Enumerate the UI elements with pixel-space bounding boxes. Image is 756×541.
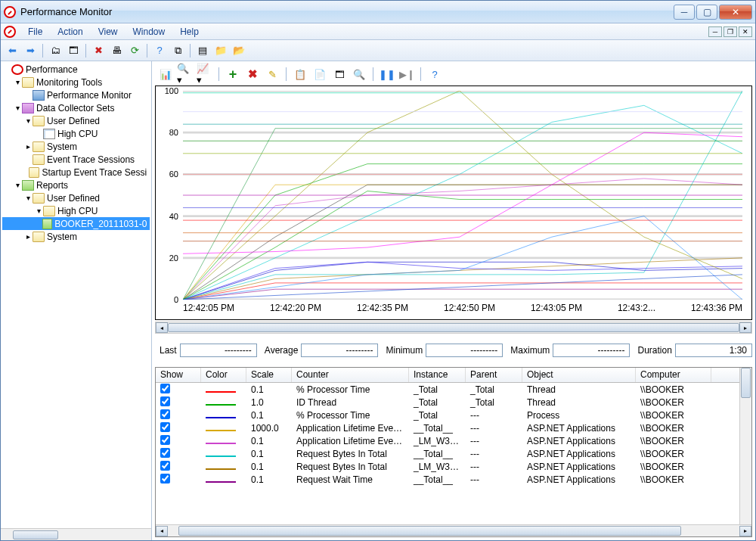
tree-item[interactable]: Performance Monitor bbox=[2, 89, 150, 101]
show-cell[interactable] bbox=[156, 448, 201, 460]
mdi-restore-button[interactable]: ❐ bbox=[723, 26, 737, 37]
show-cell[interactable] bbox=[156, 435, 201, 447]
help-chart-button[interactable]: ? bbox=[426, 65, 444, 83]
tree-item[interactable]: ▾User Defined bbox=[2, 191, 150, 204]
show-checkbox[interactable] bbox=[160, 435, 170, 445]
view-current-button[interactable]: 📊 bbox=[156, 65, 175, 83]
chart-horizontal-scrollbar[interactable]: ◂ ▸ bbox=[155, 322, 752, 334]
expander-icon[interactable]: ▾ bbox=[13, 181, 22, 189]
grid-header[interactable]: ShowColorScaleCounterInstanceParentObjec… bbox=[156, 368, 739, 383]
tree-item[interactable]: Startup Event Trace Sessions bbox=[2, 166, 150, 179]
view-log-button[interactable]: 🔍▾ bbox=[176, 65, 194, 83]
close-button[interactable]: ✕ bbox=[719, 5, 752, 20]
grid-header-cell[interactable]: Scale bbox=[246, 368, 292, 382]
expander-icon[interactable]: ▸ bbox=[23, 232, 33, 241]
tree-item[interactable]: ▾Reports bbox=[2, 179, 150, 191]
tree-item[interactable]: High CPU bbox=[2, 127, 150, 140]
table-row[interactable]: 0.1Request Bytes In Total__Total__---ASP… bbox=[156, 447, 739, 460]
add-counter-button[interactable]: + bbox=[224, 65, 242, 83]
freeze-button[interactable]: ❚❚ bbox=[378, 65, 396, 83]
zoom-button[interactable]: 🔍 bbox=[350, 65, 368, 83]
grid-header-cell[interactable]: Parent bbox=[466, 368, 522, 382]
scroll-track[interactable] bbox=[168, 322, 739, 333]
show-hide-tree-button[interactable]: 🗂 bbox=[47, 42, 64, 59]
show-cell[interactable] bbox=[156, 396, 201, 409]
forward-button[interactable]: ➡ bbox=[22, 42, 39, 59]
tree-item[interactable]: ▾Data Collector Sets bbox=[2, 101, 150, 114]
menu-window[interactable]: Window bbox=[125, 25, 173, 39]
show-checkbox[interactable] bbox=[160, 422, 170, 432]
tree-root-row[interactable]: Performance bbox=[2, 63, 150, 76]
expander-icon[interactable]: ▾ bbox=[13, 104, 22, 112]
plot-area[interactable] bbox=[183, 91, 742, 300]
tree-item[interactable]: ▾User Defined bbox=[2, 114, 150, 127]
scroll-right-button[interactable]: ▸ bbox=[739, 526, 751, 536]
show-checkbox[interactable] bbox=[160, 409, 170, 419]
show-checkbox[interactable] bbox=[160, 461, 170, 471]
highlight-button[interactable]: ✎ bbox=[263, 65, 281, 83]
show-checkbox[interactable] bbox=[160, 474, 170, 483]
show-checkbox[interactable] bbox=[160, 384, 170, 393]
expander-icon[interactable]: ▸ bbox=[23, 142, 33, 151]
scroll-left-button[interactable]: ◂ bbox=[156, 322, 168, 333]
properties-chart-button[interactable]: 🗔 bbox=[330, 65, 349, 83]
show-cell[interactable] bbox=[156, 461, 201, 473]
show-cell[interactable] bbox=[156, 422, 201, 434]
properties-button[interactable]: 🗔 bbox=[65, 42, 82, 59]
expander-icon[interactable]: ▾ bbox=[34, 207, 43, 215]
update-button[interactable]: ▶❙ bbox=[398, 65, 416, 83]
table-row[interactable]: 0.1Application Lifetime Even..._LM_W3SV.… bbox=[156, 434, 739, 447]
back-button[interactable]: ⬅ bbox=[4, 42, 20, 59]
mdi-minimize-button[interactable]: ─ bbox=[708, 26, 722, 37]
show-cell[interactable] bbox=[156, 384, 201, 396]
grid-horizontal-scrollbar[interactable]: ◂ ▸ bbox=[156, 524, 751, 536]
expander-icon[interactable]: ▾ bbox=[23, 117, 33, 125]
menu-action[interactable]: Action bbox=[50, 25, 90, 39]
minimize-button[interactable]: ─ bbox=[674, 5, 695, 20]
help-button[interactable]: ? bbox=[151, 42, 168, 59]
table-row[interactable]: 1000.0Application Lifetime Even...__Tota… bbox=[156, 421, 739, 434]
scroll-left-button[interactable]: ◂ bbox=[156, 526, 168, 536]
tree-horizontal-scrollbar[interactable] bbox=[1, 528, 151, 540]
menu-view[interactable]: View bbox=[91, 25, 125, 39]
scroll-track[interactable] bbox=[168, 525, 739, 536]
menu-file[interactable]: File bbox=[20, 25, 50, 39]
copy-button[interactable]: 📋 bbox=[291, 65, 309, 83]
table-row[interactable]: 1.0ID Thread_Total_TotalThread\\BOOKER bbox=[156, 396, 739, 409]
titlebar[interactable]: Performance Monitor ─ ▢ ✕ bbox=[1, 1, 755, 23]
maximize-button[interactable]: ▢ bbox=[696, 5, 717, 20]
grid-body[interactable]: 0.1% Processor Time_Total_TotalThread\\B… bbox=[156, 383, 739, 524]
console-button[interactable]: ▤ bbox=[194, 42, 211, 59]
table-row[interactable]: 0.1% Processor Time_Total_TotalThread\\B… bbox=[156, 383, 739, 396]
tree-item[interactable]: ▾Monitoring Tools bbox=[2, 76, 150, 89]
chart-type-button[interactable]: 📈▾ bbox=[196, 65, 214, 83]
table-row[interactable]: 0.1Request Bytes In Total_LM_W3SV...---A… bbox=[156, 460, 739, 473]
grid-header-cell[interactable]: Counter bbox=[292, 368, 409, 382]
new-folder-button[interactable]: 📁 bbox=[212, 42, 229, 59]
show-checkbox[interactable] bbox=[160, 396, 170, 406]
refresh-button[interactable]: ⟳ bbox=[126, 42, 143, 59]
expander-icon[interactable]: ▾ bbox=[23, 194, 33, 202]
remove-counter-button[interactable]: ✖ bbox=[243, 65, 262, 83]
delete-button[interactable]: ✖ bbox=[90, 42, 107, 59]
show-cell[interactable] bbox=[156, 474, 201, 486]
show-cell[interactable] bbox=[156, 409, 201, 421]
print-button[interactable]: 🖶 bbox=[108, 42, 125, 59]
tree-item[interactable]: ▸System bbox=[2, 140, 150, 153]
tree[interactable]: Performance ▾Monitoring Tools Performanc… bbox=[1, 61, 151, 528]
scroll-thumb[interactable] bbox=[178, 526, 681, 536]
tree-item[interactable]: Event Trace Sessions bbox=[2, 153, 150, 166]
grid-header-cell[interactable]: Computer bbox=[636, 368, 711, 382]
scroll-thumb[interactable] bbox=[13, 530, 58, 539]
scroll-thumb[interactable] bbox=[741, 368, 751, 398]
show-checkbox[interactable] bbox=[160, 448, 170, 458]
grid-header-cell[interactable]: Instance bbox=[409, 368, 466, 382]
grid-header-cell[interactable]: Object bbox=[522, 368, 636, 382]
open-folder-button[interactable]: 📂 bbox=[231, 42, 247, 59]
mdi-close-button[interactable]: ✕ bbox=[739, 26, 752, 37]
menu-help[interactable]: Help bbox=[172, 25, 206, 39]
tree-item[interactable]: ▾High CPU bbox=[2, 204, 150, 217]
scroll-thumb[interactable] bbox=[168, 323, 739, 332]
grid-header-cell[interactable]: Show bbox=[156, 368, 201, 382]
paste-button[interactable]: 📄 bbox=[311, 65, 329, 83]
